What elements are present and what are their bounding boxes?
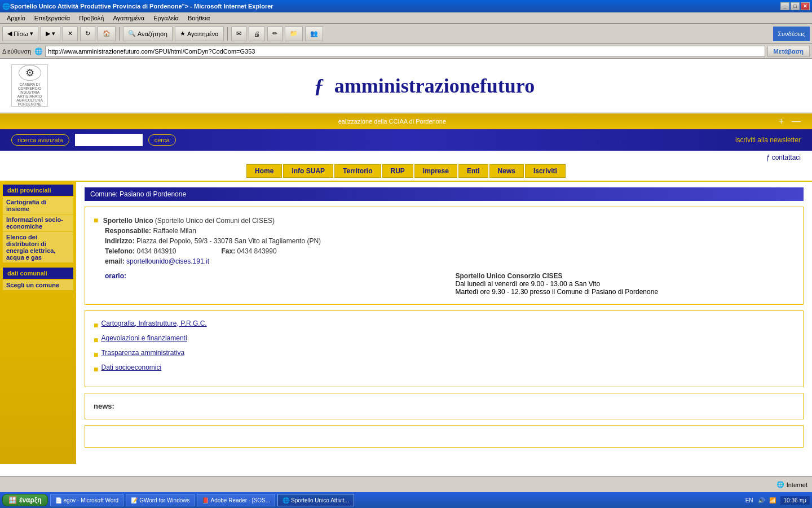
tab-imprese[interactable]: Imprese — [414, 164, 457, 178]
favorites-button[interactable]: ★ Αγαπημένα — [175, 27, 224, 41]
orario-grid: orario: Sportello Unico Consorzio CISES … — [94, 272, 795, 296]
mail-icon: ✉ — [236, 30, 241, 37]
search-input[interactable] — [75, 134, 143, 146]
comune-title: Comune: Pasiano di Pordenone — [90, 190, 186, 198]
sportello-subtitle: (Sportello Unico dei Comuni del CISES) — [155, 217, 275, 225]
back-button[interactable]: ◀ Πίσω ▾ — [2, 27, 38, 41]
responsabile-label: Responsabile: — [105, 227, 151, 235]
separator-1 — [119, 27, 120, 41]
refresh-button[interactable]: ↻ — [80, 27, 95, 41]
indirizzo-label: Indirizzo: — [105, 237, 135, 245]
minimize-button[interactable]: _ — [780, 2, 789, 10]
responsabile-row: Responsabile: Raffaele Milan — [94, 227, 795, 235]
tab-territorio[interactable]: Territorio — [334, 164, 381, 178]
main-layout: dati provinciali Cartografia di insieme … — [0, 182, 812, 464]
orario-col: orario: — [105, 272, 444, 296]
subtitle-text: ealizzazione della CCIAA di Pordenone — [11, 118, 773, 125]
print-button[interactable]: 🖨 — [249, 27, 265, 41]
sidebar-link-cartografia[interactable]: Cartografia di insieme — [3, 197, 73, 214]
home-icon: 🏠 — [103, 30, 111, 37]
titlebar-title: Sportello Unico Attività Produttive Prov… — [10, 3, 780, 10]
link-cartografia[interactable]: Cartografia, Infrastrutture, P.R.G.C. — [101, 319, 206, 327]
telefono-group: Telefono: 0434 843910 — [105, 247, 176, 255]
titlebar-icon: 🌐 — [2, 3, 10, 10]
links-box: ■ Cartografia, Infrastrutture, P.R.G.C. … — [85, 310, 804, 387]
browser-content: ⚙ CAMERA DI COMMERCIO INDUSTRIA ARTIGIAN… — [0, 59, 812, 476]
edit-button[interactable]: ✏ — [267, 27, 283, 41]
newsletter-label: iscriviti alla newsletter — [735, 136, 801, 144]
sportello-title-row: ■ Sportello Unico (Sportello Unico dei C… — [94, 216, 795, 225]
site-title-area: ƒ amministrazionefuturo — [48, 74, 801, 98]
news-box: news: — [85, 393, 804, 419]
menu-item-epexergasia[interactable]: Επεξεργασία — [30, 14, 74, 23]
stop-button[interactable]: ✕ — [63, 27, 78, 41]
separator-2 — [227, 27, 228, 41]
print-icon: 🖨 — [254, 30, 260, 37]
orario-line1: Dal lunedì al venerdì ore 9.00 - 13.00 a… — [456, 280, 795, 288]
fax-group: Fax: 0434 843990 — [222, 247, 277, 255]
search-icon: 🔍 — [128, 30, 136, 37]
contact-link[interactable]: ƒ contattaci — [766, 154, 801, 161]
address-input[interactable] — [45, 46, 765, 57]
advanced-search-button[interactable]: ricerca avanzata — [11, 134, 69, 146]
syndeseis-button[interactable]: Συνδέσεις — [773, 27, 810, 41]
telefono-label: Telefono: — [105, 247, 135, 255]
home-button[interactable]: 🏠 — [98, 27, 116, 41]
yellow-subtitle-bar: ealizzazione della CCIAA di Pordenone + … — [0, 113, 812, 129]
menu-item-ergaleia[interactable]: Εργαλεία — [149, 14, 183, 23]
sidebar-section-provinciali[interactable]: dati provinciali — [3, 185, 73, 196]
menu-item-voitheia[interactable]: Βοήθεια — [183, 14, 214, 23]
bullet-icon: ■ — [94, 216, 98, 225]
forward-dropdown-icon: ▾ — [52, 30, 55, 37]
link-row-0: ■ Cartografia, Infrastrutture, P.R.G.C. — [94, 319, 795, 331]
menu-item-agapimena[interactable]: Αγαπημένα — [108, 14, 149, 23]
main-nav: Home Info SUAP Territorio RUP Imprese En… — [0, 161, 812, 182]
forward-button[interactable]: ▶ ▾ — [41, 27, 60, 41]
email-link[interactable]: sportellounido@cises.191.it — [126, 257, 209, 265]
toolbar: ◀ Πίσω ▾ ▶ ▾ ✕ ↻ 🏠 🔍 Αναζήτηση ★ Αγαπημέ… — [0, 24, 812, 44]
globe-icon: 🌐 — [34, 47, 43, 55]
tab-rup[interactable]: RUP — [382, 164, 413, 178]
mail-button[interactable]: ✉ — [231, 27, 246, 41]
link-dati[interactable]: Dati socioeconomici — [101, 364, 161, 371]
plus-icon: + — [779, 116, 784, 126]
dropdown-arrow-icon: ▾ — [30, 30, 33, 37]
sportello-title: Sportello Unico — [103, 217, 153, 225]
menu-item-archieio[interactable]: Αρχείο — [2, 14, 30, 23]
edit-icon: ✏ — [272, 30, 277, 37]
tab-home[interactable]: Home — [246, 164, 282, 178]
script-f-icon: ƒ — [314, 75, 324, 97]
tab-info-suap[interactable]: Info SUAP — [283, 164, 333, 178]
tab-enti[interactable]: Enti — [458, 164, 488, 178]
menu-item-provoli[interactable]: Προβολή — [74, 14, 108, 23]
comune-header: Comune: Pasiano di Pordenone — [85, 187, 804, 201]
folder-button[interactable]: 📁 — [285, 27, 303, 41]
sidebar-section-comunali[interactable]: dati comunali — [3, 268, 73, 279]
tab-news[interactable]: News — [489, 164, 524, 178]
content-area: Comune: Pasiano di Pordenone ■ Sportello… — [76, 182, 812, 464]
search-btn[interactable]: cerca — [148, 134, 176, 146]
contact-area: ƒ contattaci — [0, 151, 812, 161]
site-title: ƒ amministrazionefuturo — [48, 74, 801, 98]
link-row-2: ■ Trasparenza amministrativa — [94, 349, 795, 360]
star-icon: ★ — [180, 30, 186, 37]
go-button[interactable]: Μετάβαση — [767, 46, 810, 57]
sidebar-link-informazioni[interactable]: Informazioni socio-economiche — [3, 214, 73, 231]
users-button[interactable]: 👥 — [305, 27, 323, 41]
sidebar-link-scegli-comune[interactable]: Scegli un comune — [3, 280, 73, 290]
addressbar: Διεύθυνση 🌐 Μετάβαση — [0, 44, 812, 59]
link-trasparenza[interactable]: Trasparenza amministrativa — [101, 349, 184, 357]
maximize-button[interactable]: □ — [791, 2, 800, 10]
minus-icon: — — [792, 116, 801, 126]
indirizzo-value: Piazza del Popolo, 59/3 - 33078 San Vito… — [136, 237, 321, 245]
search-button[interactable]: 🔍 Αναζήτηση — [123, 27, 173, 41]
logo-area: ⚙ CAMERA DI COMMERCIO INDUSTRIA ARTIGIAN… — [11, 64, 48, 107]
orario-label: orario: — [105, 272, 126, 280]
close-button[interactable]: ✕ — [801, 2, 810, 10]
link-agevolazioni[interactable]: Agevolazioni e finanziamenti — [101, 334, 187, 342]
titlebar-buttons: _ □ ✕ — [780, 2, 810, 10]
tab-iscriviti[interactable]: Iscriviti — [525, 164, 566, 178]
left-sidebar: dati provinciali Cartografia di insieme … — [0, 182, 76, 464]
blue-search-bar: ricerca avanzata cerca iscriviti alla ne… — [0, 129, 812, 151]
sidebar-link-elenco[interactable]: Elenco dei distributori di energia elett… — [3, 232, 73, 262]
